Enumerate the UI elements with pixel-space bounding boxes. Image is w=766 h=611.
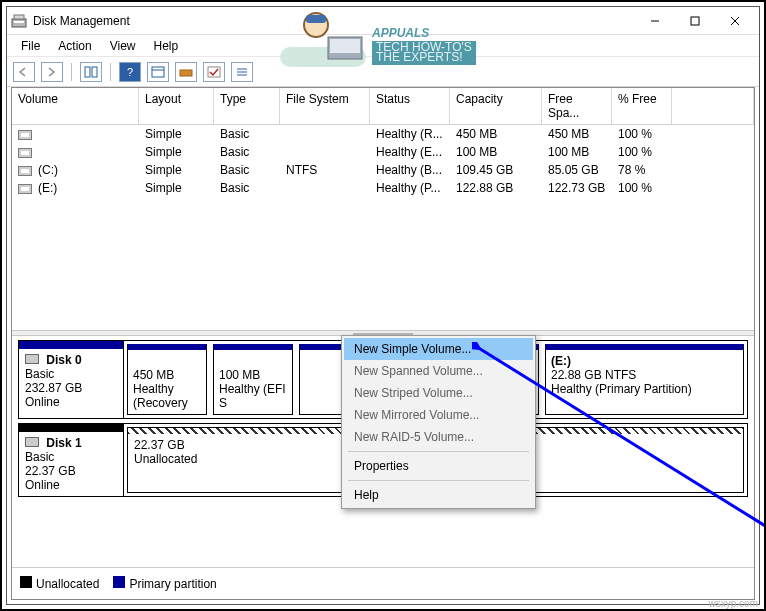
svg-rect-4 [691, 17, 699, 25]
svg-rect-8 [92, 67, 97, 77]
app-icon [11, 13, 27, 29]
ctx-help[interactable]: Help [344, 484, 533, 506]
context-menu: New Simple Volume... New Spanned Volume.… [341, 335, 536, 509]
legend-swatch-unallocated [20, 576, 32, 588]
svg-rect-2 [14, 15, 24, 19]
col-percent-free[interactable]: % Free [612, 88, 672, 124]
col-status[interactable]: Status [370, 88, 450, 124]
disk-management-window: Disk Management File Action View Help ? … [6, 6, 760, 605]
partition[interactable]: 450 MBHealthy (Recovery [127, 344, 207, 415]
toolbar-show-hide-icon[interactable] [80, 62, 102, 82]
svg-text:APPUALS: APPUALS [371, 26, 429, 40]
volume-row[interactable]: SimpleBasic Healthy (E... 100 MB100 MB 1… [12, 143, 754, 161]
disk-info[interactable]: Disk 1 Basic 22.37 GB Online [19, 424, 124, 496]
ctx-new-mirrored-volume: New Mirrored Volume... [344, 404, 533, 426]
svg-rect-21 [330, 39, 360, 53]
partition[interactable]: (E:)22.88 GB NTFSHealthy (Primary Partit… [545, 344, 744, 415]
col-capacity[interactable]: Capacity [450, 88, 542, 124]
drive-icon [18, 148, 32, 158]
ctx-new-striped-volume: New Striped Volume... [344, 382, 533, 404]
back-button[interactable] [13, 62, 35, 82]
volume-row[interactable]: (C:) SimpleBasic NTFSHealthy (B... 109.4… [12, 161, 754, 179]
ctx-new-spanned-volume: New Spanned Volume... [344, 360, 533, 382]
menu-file[interactable]: File [13, 37, 48, 55]
legend-swatch-primary [113, 576, 125, 588]
menu-view[interactable]: View [102, 37, 144, 55]
ctx-properties[interactable]: Properties [344, 455, 533, 477]
disk-icon [25, 354, 39, 364]
ctx-new-raid5-volume: New RAID-5 Volume... [344, 426, 533, 448]
watermark-logo: APPUALS TECH HOW-TO'S FROM THE EXPERTS! [280, 7, 480, 69]
disk-info[interactable]: Disk 0 Basic 232.87 GB Online [19, 341, 124, 418]
toolbar-action-icon[interactable] [175, 62, 197, 82]
col-filesystem[interactable]: File System [280, 88, 370, 124]
toolbar-list-icon[interactable] [231, 62, 253, 82]
svg-rect-11 [180, 70, 192, 76]
drive-icon [18, 166, 32, 176]
volume-list[interactable]: Simple Basic Healthy (R... 450 MB 450 MB… [12, 125, 754, 330]
partition[interactable]: 100 MBHealthy (EFI S [213, 344, 293, 415]
volume-list-header: Volume Layout Type File System Status Ca… [12, 88, 754, 125]
drive-icon [18, 130, 32, 140]
col-volume[interactable]: Volume [12, 88, 139, 124]
col-type[interactable]: Type [214, 88, 280, 124]
disk-icon [25, 437, 39, 447]
col-free-space[interactable]: Free Spa... [542, 88, 612, 124]
credit-text: wsxyp.com [709, 598, 758, 609]
toolbar-settings-icon[interactable] [147, 62, 169, 82]
close-button[interactable] [715, 9, 755, 33]
disk-title: Disk 0 [46, 353, 81, 367]
help-icon[interactable]: ? [119, 62, 141, 82]
maximize-button[interactable] [675, 9, 715, 33]
menu-action[interactable]: Action [50, 37, 99, 55]
toolbar-check-icon[interactable] [203, 62, 225, 82]
svg-rect-7 [85, 67, 90, 77]
svg-rect-19 [306, 15, 326, 23]
window-controls [635, 9, 755, 33]
volume-row[interactable]: (E:) SimpleBasic Healthy (P... 122.88 GB… [12, 179, 754, 197]
legend: Unallocated Primary partition [12, 567, 754, 599]
ctx-new-simple-volume[interactable]: New Simple Volume... [344, 338, 533, 360]
svg-rect-1 [14, 21, 24, 23]
legend-label: Primary partition [129, 577, 216, 591]
disk-title: Disk 1 [46, 436, 81, 450]
forward-button[interactable] [41, 62, 63, 82]
volume-row[interactable]: Simple Basic Healthy (R... 450 MB 450 MB… [12, 125, 754, 143]
col-layout[interactable]: Layout [139, 88, 214, 124]
menu-help[interactable]: Help [146, 37, 187, 55]
drive-icon [18, 184, 32, 194]
svg-rect-9 [152, 67, 164, 77]
svg-text:THE EXPERTS!: THE EXPERTS! [376, 50, 462, 64]
svg-rect-12 [208, 67, 220, 77]
minimize-button[interactable] [635, 9, 675, 33]
legend-label: Unallocated [36, 577, 99, 591]
